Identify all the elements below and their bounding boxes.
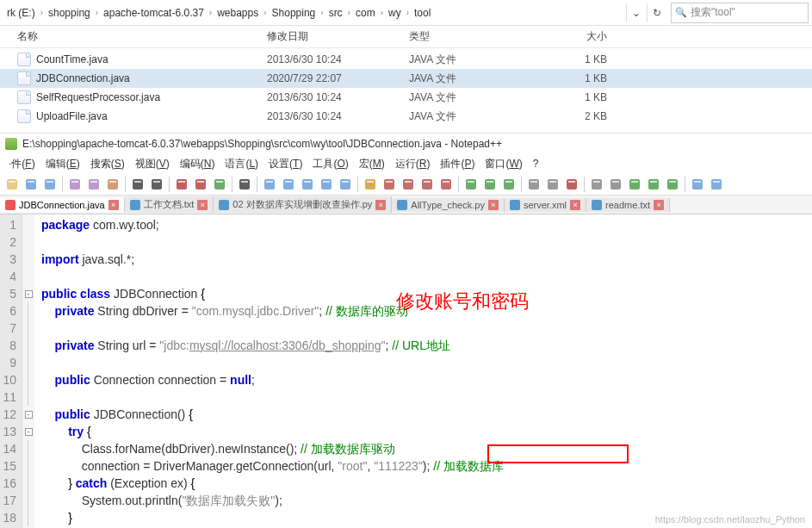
crumb[interactable]: wy bbox=[385, 4, 405, 22]
toolbar-button[interactable] bbox=[588, 176, 605, 193]
code-line[interactable] bbox=[41, 268, 504, 285]
chevron-down-icon[interactable]: ⌄ bbox=[626, 3, 645, 22]
code-line[interactable]: System.out.println("数据库加载失败"); bbox=[41, 492, 504, 509]
toolbar-button[interactable] bbox=[689, 176, 706, 193]
menu-item[interactable]: ? bbox=[528, 156, 544, 171]
toolbar-button[interactable] bbox=[236, 176, 253, 193]
menu-item[interactable]: 设置(T) bbox=[263, 155, 307, 173]
toolbar-button[interactable] bbox=[708, 176, 725, 193]
toolbar-button[interactable] bbox=[129, 176, 146, 193]
editor-tab[interactable]: 02 对数据库实现增删改查操作.py× bbox=[214, 196, 392, 213]
code-line[interactable] bbox=[41, 320, 504, 337]
crumb[interactable]: webapps bbox=[214, 4, 262, 22]
toolbar-button[interactable] bbox=[280, 176, 297, 193]
menu-item[interactable]: 编码(N) bbox=[175, 155, 220, 173]
menu-item[interactable]: 宏(M) bbox=[354, 155, 390, 173]
close-icon[interactable]: × bbox=[197, 200, 208, 210]
close-icon[interactable]: × bbox=[108, 200, 119, 210]
toolbar-button[interactable] bbox=[362, 176, 379, 193]
fold-marker[interactable] bbox=[22, 388, 34, 406]
menu-item[interactable]: 工具(O) bbox=[307, 155, 353, 173]
fold-marker[interactable] bbox=[22, 440, 34, 457]
code-line[interactable]: public Connection connection = null; bbox=[41, 371, 504, 388]
fold-marker[interactable] bbox=[22, 337, 34, 354]
toolbar-button[interactable] bbox=[148, 176, 165, 193]
menu-item[interactable]: 运行(R) bbox=[390, 155, 436, 173]
col-size[interactable]: 大小 bbox=[547, 29, 633, 44]
toolbar-button[interactable] bbox=[318, 176, 335, 193]
menu-item[interactable]: 语言(L) bbox=[220, 155, 263, 173]
toolbar-button[interactable] bbox=[418, 176, 436, 193]
fold-marker[interactable]: - bbox=[22, 423, 34, 440]
toolbar-button[interactable] bbox=[22, 176, 40, 193]
toolbar-button[interactable] bbox=[211, 176, 228, 193]
code-line[interactable]: connection = DriverManager.getConnection… bbox=[41, 457, 504, 475]
fold-marker[interactable] bbox=[22, 371, 34, 388]
toolbar-button[interactable] bbox=[563, 176, 580, 193]
code-line[interactable]: package com.wy.tool; bbox=[41, 216, 504, 233]
crumb[interactable]: src bbox=[325, 4, 346, 22]
col-date[interactable]: 修改日期 bbox=[267, 29, 409, 44]
toolbar-button[interactable] bbox=[544, 176, 561, 193]
toolbar-button[interactable] bbox=[173, 176, 190, 193]
fold-marker[interactable] bbox=[22, 475, 34, 492]
file-row[interactable]: SelfRequestProcessor.java 2013/6/30 10:2… bbox=[0, 88, 812, 107]
file-row[interactable]: CountTime.java 2013/6/30 10:24 JAVA 文件 1… bbox=[0, 50, 812, 69]
editor-tab[interactable]: server.xml× bbox=[505, 198, 586, 212]
toolbar-button[interactable] bbox=[192, 176, 209, 193]
crumb[interactable]: tool bbox=[411, 4, 434, 22]
toolbar-button[interactable] bbox=[85, 176, 102, 193]
code-line[interactable]: import java.sql.*; bbox=[41, 251, 504, 268]
fold-column[interactable]: --- bbox=[22, 214, 34, 528]
fold-marker[interactable] bbox=[22, 268, 34, 285]
breadcrumb[interactable]: rk (E:)›shopping›apache-tomcat-6.0.37›we… bbox=[3, 4, 624, 22]
toolbar-button[interactable] bbox=[462, 176, 480, 193]
fold-marker[interactable] bbox=[22, 457, 34, 475]
toolbar-button[interactable] bbox=[337, 176, 354, 193]
menu-item[interactable]: 插件(P) bbox=[435, 155, 480, 173]
toolbar-button[interactable] bbox=[104, 176, 121, 193]
toolbar-button[interactable] bbox=[607, 176, 624, 193]
toolbar-button[interactable] bbox=[437, 176, 455, 193]
crumb[interactable]: shopping bbox=[45, 4, 94, 22]
close-icon[interactable]: × bbox=[570, 200, 580, 210]
fold-marker[interactable]: - bbox=[22, 285, 34, 302]
col-name[interactable]: 名称 bbox=[17, 29, 267, 44]
toolbar-button[interactable] bbox=[645, 176, 662, 193]
toolbar-button[interactable] bbox=[66, 176, 84, 193]
code-editor[interactable]: 123456789101112131415161718 --- package … bbox=[0, 214, 812, 528]
fold-marker[interactable] bbox=[22, 302, 34, 320]
code-line[interactable]: public JDBConnection() { bbox=[41, 406, 504, 423]
fold-marker[interactable] bbox=[22, 216, 34, 233]
toolbar-button[interactable] bbox=[525, 176, 542, 193]
crumb[interactable]: Shopping bbox=[269, 4, 319, 22]
file-row[interactable]: UploadFile.java 2013/6/30 10:24 JAVA 文件 … bbox=[0, 107, 812, 126]
toolbar-button[interactable] bbox=[381, 176, 398, 193]
code-line[interactable] bbox=[41, 388, 504, 406]
menu-item[interactable]: 编辑(E) bbox=[40, 155, 85, 173]
file-row[interactable]: JDBConnection.java 2020/7/29 22:07 JAVA … bbox=[0, 69, 812, 88]
menu-item[interactable]: 视图(V) bbox=[130, 155, 175, 173]
code-line[interactable]: try { bbox=[41, 423, 504, 440]
close-icon[interactable]: × bbox=[375, 200, 386, 210]
fold-marker[interactable]: - bbox=[22, 406, 34, 423]
close-icon[interactable]: × bbox=[488, 200, 499, 210]
editor-tab[interactable]: JDBConnection.java× bbox=[0, 198, 125, 212]
code-content[interactable]: package com.wy.tool; import java.sql.*; … bbox=[34, 214, 504, 528]
refresh-icon[interactable]: ↻ bbox=[647, 3, 666, 22]
crumb[interactable]: rk (E:) bbox=[3, 4, 39, 22]
fold-marker[interactable] bbox=[22, 509, 34, 526]
menu-item[interactable]: 窗口(W) bbox=[480, 155, 527, 173]
fold-marker[interactable] bbox=[22, 320, 34, 337]
fold-marker[interactable] bbox=[22, 492, 34, 509]
fold-marker[interactable] bbox=[22, 354, 34, 371]
fold-marker[interactable] bbox=[22, 233, 34, 251]
crumb[interactable]: com bbox=[352, 4, 379, 22]
toolbar-button[interactable] bbox=[400, 176, 417, 193]
toolbar-button[interactable] bbox=[261, 176, 278, 193]
editor-tab[interactable]: AllType_check.py× bbox=[392, 198, 505, 212]
toolbar-button[interactable] bbox=[664, 176, 681, 193]
menu-item[interactable]: 搜索(S) bbox=[85, 155, 130, 173]
toolbar-button[interactable] bbox=[500, 176, 518, 193]
col-type[interactable]: 类型 bbox=[409, 29, 547, 44]
